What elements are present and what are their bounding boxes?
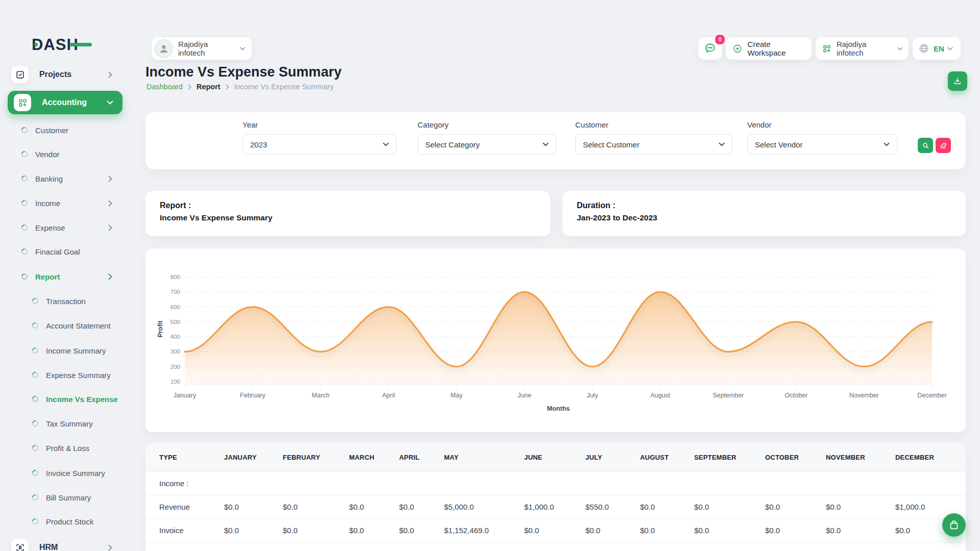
- sidebar-item-bill-summary[interactable]: Bill Summary: [0, 485, 128, 510]
- sidebar-item-banking[interactable]: Banking: [0, 166, 128, 191]
- duration-value: Jan-2023 to Dec-2023: [577, 213, 657, 222]
- bullet-icon: [31, 321, 40, 330]
- bullet-icon: [20, 174, 29, 183]
- row-value-cell: $0.0: [269, 519, 335, 542]
- row-value-cell: $0.0: [210, 495, 269, 519]
- sidebar-item-expense[interactable]: Expense: [0, 215, 128, 240]
- sidebar-item-income[interactable]: Income: [0, 191, 128, 215]
- sidebar-item-invoice-summary[interactable]: Invoice Summary: [0, 461, 128, 485]
- svg-text:June: June: [518, 392, 531, 399]
- category-label: Category: [418, 120, 556, 129]
- store-fab-button[interactable]: [942, 513, 966, 537]
- svg-text:September: September: [713, 392, 744, 399]
- row-value-cell: $0.0: [385, 495, 430, 519]
- messages-button[interactable]: 0: [698, 37, 722, 60]
- sidebar-item-report[interactable]: Report: [0, 264, 128, 289]
- sidebar-item-expense-summary[interactable]: Expense Summary: [0, 363, 128, 387]
- circle-plus-icon: [732, 43, 743, 54]
- row-value-cell: [269, 542, 335, 551]
- sidebar-item-hrm[interactable]: HRM: [0, 535, 128, 551]
- apply-filter-button[interactable]: [918, 138, 933, 153]
- sidebar-item-accounting[interactable]: Accounting: [8, 91, 122, 114]
- svg-text:May: May: [451, 392, 463, 399]
- customer-label: Customer: [575, 120, 732, 129]
- vendor-label: Vendor: [747, 120, 897, 129]
- year-select[interactable]: 2023: [242, 134, 397, 155]
- sidebar-item-income-vs-expense[interactable]: Income Vs Expense: [0, 387, 128, 411]
- table-header-cell: NOVEMBER: [812, 443, 881, 472]
- row-value-cell: $0.0: [210, 519, 269, 542]
- bullet-icon: [20, 223, 29, 232]
- chevron-down-icon: [884, 142, 890, 146]
- sidebar-item-label: Accounting: [42, 98, 87, 107]
- app-logo[interactable]: DASH: [32, 36, 79, 54]
- sidebar-item-product-stock[interactable]: Product Stock: [0, 509, 128, 534]
- language-dropdown[interactable]: EN: [913, 37, 961, 60]
- row-value-cell: $0.0: [626, 519, 680, 542]
- svg-text:March: March: [312, 392, 330, 399]
- table-header-cell: JULY: [572, 443, 626, 472]
- income-expense-table-card: TYPEJANUARYFEBRUARYMARCHAPRILMAYJUNEJULY…: [145, 443, 966, 551]
- language-label: EN: [934, 44, 944, 53]
- bullet-icon: [20, 150, 29, 159]
- duration-summary-card: Duration : Jan-2023 to Dec-2023: [562, 191, 966, 236]
- svg-text:700: 700: [170, 289, 180, 295]
- sidebar-item-customer[interactable]: Customer: [0, 118, 128, 142]
- row-value-cell: $0.0: [812, 495, 881, 519]
- bullet-icon: [20, 126, 29, 135]
- customer-select[interactable]: Select Customer: [575, 134, 732, 155]
- chevron-right-icon: [108, 273, 112, 280]
- workspace-user-dropdown[interactable]: Rajodiya infotech: [152, 37, 252, 60]
- breadcrumb: Dashboard Report Income Vs Expense Summa…: [146, 83, 334, 91]
- breadcrumb-dashboard[interactable]: Dashboard: [146, 83, 183, 91]
- row-value-cell: [430, 542, 510, 551]
- clear-filter-button[interactable]: [936, 138, 951, 153]
- row-value-cell: $0.0: [751, 519, 812, 542]
- sidebar-item-profit-loss[interactable]: Profit & Loss: [0, 436, 128, 460]
- checkbox-icon: [11, 66, 29, 83]
- sidebar-item-projects[interactable]: Projects: [0, 62, 128, 87]
- sidebar-item-income-summary[interactable]: Income Summary: [0, 338, 128, 363]
- row-value-cell: [680, 542, 751, 551]
- vendor-select[interactable]: Select Vendor: [747, 134, 897, 155]
- sidebar-item-vendor[interactable]: Vendor: [0, 142, 128, 166]
- search-icon: [922, 142, 929, 149]
- sidebar-item-finacial-goal[interactable]: Finacial Goal: [0, 239, 128, 264]
- svg-text:200: 200: [170, 364, 180, 370]
- table-header-cell: AUGUST: [626, 443, 680, 472]
- breadcrumb-report[interactable]: Report: [197, 83, 220, 91]
- svg-text:Months: Months: [547, 405, 570, 412]
- chevron-down-icon: [107, 101, 113, 105]
- chevron-right-icon: [108, 176, 112, 182]
- row-value-cell: $0.0: [626, 495, 680, 519]
- create-workspace-label: Create Workspace: [748, 40, 806, 57]
- svg-text:August: August: [650, 392, 670, 399]
- svg-text:January: January: [174, 392, 197, 399]
- chevron-down-icon: [383, 142, 389, 146]
- download-report-button[interactable]: [948, 71, 967, 91]
- table-body: Income :Revenue$0.0$0.0$0.0$0.0$5,000.0$…: [145, 472, 966, 551]
- bullet-icon: [31, 517, 40, 526]
- download-icon: [953, 77, 962, 86]
- sidebar-item-account-statement[interactable]: Account Statement: [0, 313, 128, 338]
- row-value-cell: [626, 542, 680, 551]
- sidebar-item-transaction[interactable]: Transaction: [0, 289, 128, 313]
- category-select[interactable]: Select Category: [418, 134, 556, 155]
- chevron-right-icon: [108, 200, 112, 207]
- row-value-cell: [510, 542, 572, 551]
- company-dropdown[interactable]: Rajodiya infotech: [816, 37, 909, 60]
- table-header-cell: APRIL: [385, 443, 430, 472]
- create-workspace-button[interactable]: Create Workspace: [726, 37, 812, 60]
- row-value-cell: [751, 472, 812, 495]
- page-title: Income Vs Expense Summary: [145, 64, 341, 80]
- clear-filter-icon: [940, 142, 947, 149]
- svg-text:100: 100: [170, 379, 180, 385]
- sidebar-item-tax-summary[interactable]: Tax Summary: [0, 411, 128, 436]
- bullet-icon: [31, 371, 40, 380]
- workspace-grid-icon: [822, 44, 831, 54]
- chat-badge: 0: [714, 34, 726, 45]
- row-type-cell: Expense :: [145, 542, 210, 551]
- svg-text:December: December: [917, 392, 947, 399]
- svg-text:July: July: [586, 392, 598, 399]
- row-value-cell: [269, 472, 335, 495]
